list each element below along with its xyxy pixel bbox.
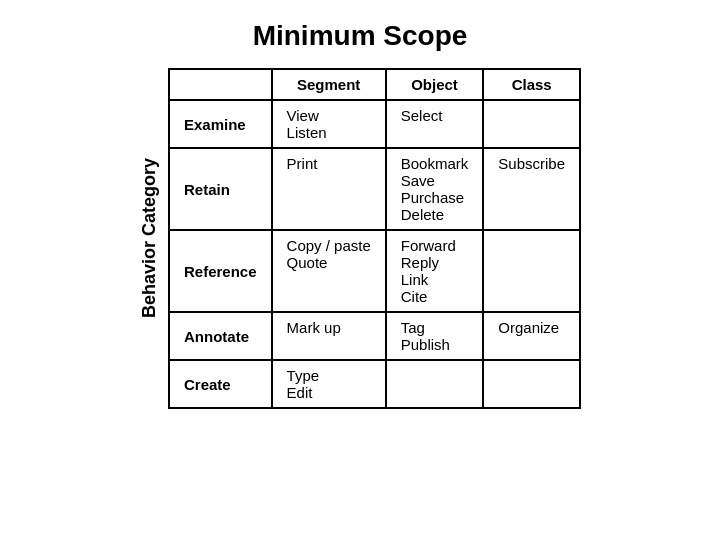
segment-cell: Print xyxy=(272,148,386,230)
main-content: Behavior Category Segment Object Class E… xyxy=(139,68,581,409)
category-cell: Annotate xyxy=(169,312,272,360)
object-cell xyxy=(386,360,484,408)
object-cell: Select xyxy=(386,100,484,148)
scope-table: Segment Object Class ExamineView ListenS… xyxy=(168,68,581,409)
col-header-empty xyxy=(169,69,272,100)
category-cell: Retain xyxy=(169,148,272,230)
table-row: RetainPrintBookmark Save Purchase Delete… xyxy=(169,148,580,230)
col-header-object: Object xyxy=(386,69,484,100)
class-cell: Organize xyxy=(483,312,580,360)
class-cell xyxy=(483,360,580,408)
table-row: AnnotateMark upTag PublishOrganize xyxy=(169,312,580,360)
class-cell: Subscribe xyxy=(483,148,580,230)
class-cell xyxy=(483,230,580,312)
object-cell: Tag Publish xyxy=(386,312,484,360)
table-row: CreateType Edit xyxy=(169,360,580,408)
category-cell: Create xyxy=(169,360,272,408)
segment-cell: Type Edit xyxy=(272,360,386,408)
object-cell: Bookmark Save Purchase Delete xyxy=(386,148,484,230)
page-title: Minimum Scope xyxy=(253,20,468,52)
category-cell: Reference xyxy=(169,230,272,312)
table-row: ReferenceCopy / paste QuoteForward Reply… xyxy=(169,230,580,312)
segment-cell: Mark up xyxy=(272,312,386,360)
category-cell: Examine xyxy=(169,100,272,148)
segment-cell: Copy / paste Quote xyxy=(272,230,386,312)
table-row: ExamineView ListenSelect xyxy=(169,100,580,148)
col-header-class: Class xyxy=(483,69,580,100)
vertical-label: Behavior Category xyxy=(139,158,160,318)
class-cell xyxy=(483,100,580,148)
object-cell: Forward Reply Link Cite xyxy=(386,230,484,312)
segment-cell: View Listen xyxy=(272,100,386,148)
col-header-segment: Segment xyxy=(272,69,386,100)
